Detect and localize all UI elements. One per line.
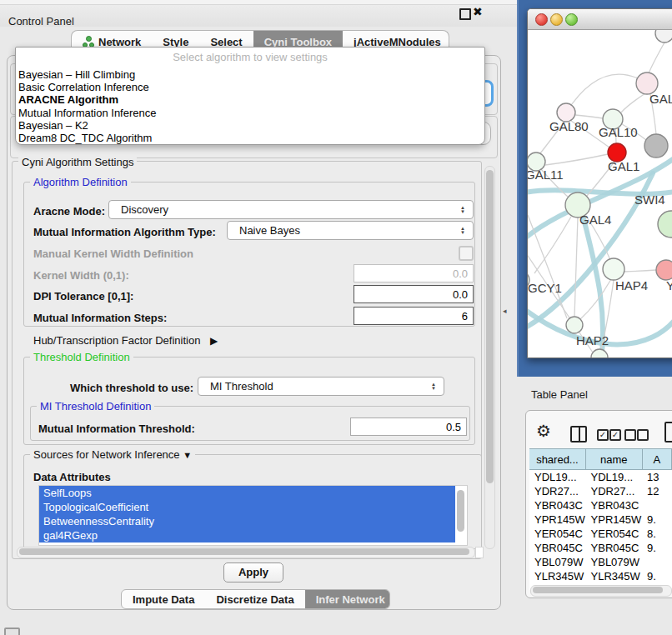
- network-edge[interactable]: [624, 270, 656, 272]
- network-window-titlebar[interactable]: [528, 9, 672, 30]
- table-row[interactable]: YBR045CYBR045C9.: [529, 541, 672, 555]
- close-icon[interactable]: ✖: [473, 5, 483, 18]
- table-cell: YDL19...: [529, 470, 586, 484]
- manual-kernel-width-label: Manual Kernel Width Definition: [33, 248, 193, 260]
- network-node-label: GAL1: [608, 159, 639, 173]
- float-window-icon[interactable]: [459, 8, 471, 20]
- network-node-y[interactable]: [656, 260, 672, 280]
- table-row[interactable]: YBR043CYBR043C: [529, 498, 672, 512]
- panel-splitter-arrow[interactable]: ◂: [503, 307, 507, 315]
- select-all-checkbox-icon[interactable]: ✓: [597, 429, 609, 441]
- mac-minimize-icon[interactable]: [550, 13, 563, 26]
- gear-icon[interactable]: ⚙: [536, 421, 551, 441]
- network-node-label: HAP2: [576, 333, 609, 348]
- settings-scrollbar[interactable]: [484, 166, 495, 549]
- attribute-item-gal4rgexp[interactable]: gal4RGexp: [39, 528, 455, 542]
- bottom-tab-infer-network[interactable]: Infer Network: [305, 590, 390, 608]
- network-edge[interactable]: [621, 93, 645, 112]
- table-cell: YPR145W: [586, 512, 643, 527]
- sources-legend[interactable]: Sources for Network Inference ▼: [30, 448, 195, 461]
- select-all-checkbox-icon[interactable]: ✓: [609, 429, 621, 441]
- table-cell: YBR045C: [586, 541, 643, 555]
- network-node-swi4[interactable]: [658, 211, 672, 238]
- data-attributes-label: Data Attributes: [33, 471, 111, 483]
- attribute-item-betweennesscentrality[interactable]: BetweennessCentrality: [39, 514, 455, 528]
- control-panel-titlebar: Control Panel: [0, 5, 517, 27]
- network-node-hap2[interactable]: [566, 317, 583, 333]
- table-row[interactable]: YBL079WYBL079W: [529, 555, 672, 569]
- table-cell: YBR043C: [529, 498, 586, 512]
- dpi-tolerance-input[interactable]: [354, 285, 474, 303]
- mac-zoom-icon[interactable]: [565, 13, 578, 26]
- settings-hscrollbar-thumb[interactable]: [19, 548, 469, 555]
- column-header-shared[interactable]: shared...: [529, 448, 586, 470]
- mi-threshold-label: Mutual Information Threshold:: [38, 422, 195, 435]
- network-edge[interactable]: [649, 42, 664, 73]
- settings-hscrollbar[interactable]: [17, 547, 475, 558]
- mi-algorithm-type-select[interactable]: Naive Bayes ▲▼: [227, 221, 474, 240]
- mi-steps-label: Mutual Information Steps:: [33, 312, 167, 324]
- table-hscrollbar-thumb[interactable]: [533, 587, 663, 593]
- network-node[interactable]: [655, 30, 672, 42]
- column-header-a[interactable]: A: [642, 448, 672, 470]
- attribute-item-topologicalcoefficient[interactable]: TopologicalCoefficient: [39, 500, 455, 514]
- mac-close-icon[interactable]: [535, 13, 548, 26]
- table-row[interactable]: YER054CYER054C8.: [529, 527, 672, 541]
- bottom-tab-discretize-data[interactable]: Discretize Data: [205, 590, 304, 608]
- which-threshold-select[interactable]: MI Threshold ▲▼: [198, 377, 444, 396]
- attribute-item-selfloops[interactable]: SelfLoops: [39, 486, 455, 500]
- network-window[interactable]: GALGAL80GAL10GAL1GAL11GAL4SWI4HAP4YGCY1H…: [527, 8, 672, 358]
- algorithm-option-mutual-information-inference[interactable]: Mutual Information Inference: [16, 107, 484, 119]
- data-attributes-list: SelfLoopsTopologicalCoefficientBetweenne…: [38, 485, 468, 546]
- control-panel-title: Control Panel: [8, 15, 74, 28]
- table-row[interactable]: YLR345WYLR345W9.: [529, 569, 672, 583]
- algorithm-option-bayesian-hill-climbing[interactable]: Bayesian – Hill Climbing: [16, 68, 484, 81]
- table-cell: 13: [642, 470, 672, 484]
- table-row[interactable]: YPR145WYPR145W9.: [529, 512, 672, 527]
- column-header-name[interactable]: name: [585, 448, 643, 470]
- algorithm-option-dream8-dc-tdc-algorithm[interactable]: Dream8 DC_TDC Algorithm: [16, 132, 484, 144]
- table-hscrollbar[interactable]: [530, 585, 672, 597]
- network-node-label: GCY1: [528, 281, 562, 295]
- bottom-tab-impute-data[interactable]: Impute Data: [122, 590, 205, 608]
- algorithm-option-bayesian-k2[interactable]: Bayesian – K2: [16, 119, 484, 132]
- network-edge[interactable]: [574, 218, 578, 317]
- algorithm-option-basic-correlation-inference[interactable]: Basic Correlation Inference: [16, 81, 484, 93]
- network-edge[interactable]: [575, 115, 603, 118]
- kernel-width-input[interactable]: [354, 264, 474, 282]
- table-cell: YLR345W: [586, 569, 643, 583]
- apply-button[interactable]: Apply: [223, 562, 283, 582]
- algorithm-option-aracne-algorithm[interactable]: ARACNE Algorithm: [16, 93, 484, 106]
- mi-steps-input[interactable]: [354, 307, 474, 325]
- corner-widget-fragment: [4, 628, 20, 635]
- settings-scrollbar-thumb[interactable]: [486, 170, 494, 483]
- split-columns-icon[interactable]: [570, 426, 587, 442]
- network-node-label: GAL10: [599, 125, 638, 139]
- aracne-mode-select[interactable]: Discovery ▲▼: [108, 200, 474, 219]
- algorithm-dropdown-items: Bayesian – Hill ClimbingBasic Correlatio…: [16, 68, 484, 144]
- deselect-all-checkbox-icon[interactable]: [624, 429, 636, 441]
- algorithm-dropdown-placeholder: Select algorithm to view settings: [16, 48, 484, 68]
- manual-kernel-width-checkbox[interactable]: [459, 246, 474, 261]
- which-threshold-value: MI Threshold: [198, 380, 427, 392]
- network-edge[interactable]: [545, 154, 608, 165]
- file-icon[interactable]: [664, 422, 672, 442]
- network-node-hap4[interactable]: [603, 258, 624, 280]
- attributes-scrollbar-thumb[interactable]: [457, 490, 464, 532]
- network-node-label: GAL80: [549, 119, 589, 133]
- table-cell: 9.: [642, 541, 672, 555]
- network-edge[interactable]: [580, 279, 611, 319]
- network-edge[interactable]: [528, 215, 567, 318]
- network-canvas[interactable]: GALGAL80GAL10GAL1GAL11GAL4SWI4HAP4YGCY1H…: [528, 30, 672, 358]
- hub-definition-toggle[interactable]: Hub/Transcription Factor Definition ▶: [33, 334, 218, 347]
- table-row[interactable]: YDR27...YDR27...12: [529, 484, 672, 498]
- which-threshold-label: Which threshold to use:: [70, 382, 193, 394]
- table-header-row: shared...nameA: [529, 448, 672, 470]
- mi-threshold-input[interactable]: [350, 418, 467, 436]
- table-cell: YDR27...: [529, 484, 586, 498]
- network-node[interactable]: [591, 349, 608, 358]
- table-row[interactable]: YDL19...YDL19...13: [529, 470, 672, 484]
- network-node-label: Y: [666, 278, 672, 292]
- deselect-all-checkbox-icon[interactable]: [637, 429, 649, 441]
- network-node[interactable]: [644, 134, 668, 158]
